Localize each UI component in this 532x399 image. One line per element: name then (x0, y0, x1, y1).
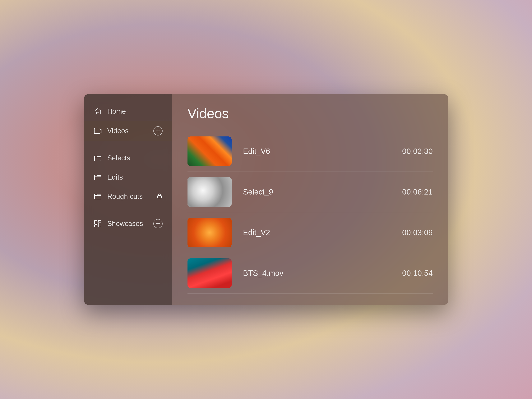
sidebar-item-rough-cuts-label: Rough cuts (107, 192, 149, 200)
main-content: Videos Edit_V6 00:02:30 Select_9 00:06:2… (172, 94, 448, 305)
app-window: Home Videos (84, 94, 448, 305)
video-name-3: Edit_V2 (243, 228, 387, 237)
sidebar-item-videos[interactable]: Videos (84, 121, 172, 141)
video-item-bts-4[interactable]: BTS_4.mov 00:10:54 (188, 253, 433, 293)
video-thumbnail-3 (188, 218, 232, 247)
home-icon (94, 107, 102, 116)
folder-edits-icon (94, 173, 102, 181)
sidebar-item-edits[interactable]: Edits (84, 168, 172, 187)
showcase-icon (94, 219, 102, 228)
video-name-1: Edit_V6 (243, 147, 387, 156)
video-duration-1: 00:02:30 (398, 147, 433, 156)
lock-icon (156, 192, 163, 201)
sidebar-item-home[interactable]: Home (84, 102, 172, 121)
video-item-edit-v2[interactable]: Edit_V2 00:03:09 (188, 212, 433, 253)
sidebar-item-selects-label: Selects (107, 154, 163, 162)
video-item-select-9[interactable]: Select_9 00:06:21 (188, 172, 433, 212)
video-duration-3: 00:03:09 (398, 228, 433, 237)
video-duration-4: 00:10:54 (398, 269, 433, 278)
folder-selects-icon (94, 154, 102, 162)
add-video-button[interactable] (153, 126, 163, 136)
add-showcase-button[interactable] (153, 219, 163, 228)
video-name-4: BTS_4.mov (243, 269, 387, 278)
video-item-edit-v6[interactable]: Edit_V6 00:02:30 (188, 131, 433, 172)
sidebar-item-showcases[interactable]: Showcases (84, 214, 172, 234)
sidebar-item-rough-cuts[interactable]: Rough cuts (84, 187, 172, 206)
sidebar-item-edits-label: Edits (107, 173, 163, 181)
video-list: Edit_V6 00:02:30 Select_9 00:06:21 Edit_… (188, 131, 433, 293)
page-title: Videos (188, 106, 433, 121)
folder-rough-cuts-icon (94, 192, 102, 201)
sidebar: Home Videos (84, 94, 172, 305)
svg-rect-5 (95, 224, 97, 227)
video-name-2: Select_9 (243, 188, 387, 196)
svg-rect-4 (95, 220, 97, 224)
svg-rect-0 (94, 128, 100, 134)
video-duration-2: 00:06:21 (398, 188, 433, 196)
video-icon (94, 127, 102, 135)
sidebar-item-videos-label: Videos (107, 127, 148, 135)
video-thumbnail-2 (188, 177, 232, 207)
svg-rect-3 (158, 195, 161, 198)
video-thumbnail-4 (188, 258, 232, 288)
svg-rect-7 (98, 223, 101, 227)
sidebar-item-selects[interactable]: Selects (84, 149, 172, 168)
video-thumbnail-1 (188, 137, 232, 166)
sidebar-item-home-label: Home (107, 107, 163, 115)
svg-rect-6 (98, 220, 101, 222)
sidebar-item-showcases-label: Showcases (107, 220, 148, 228)
